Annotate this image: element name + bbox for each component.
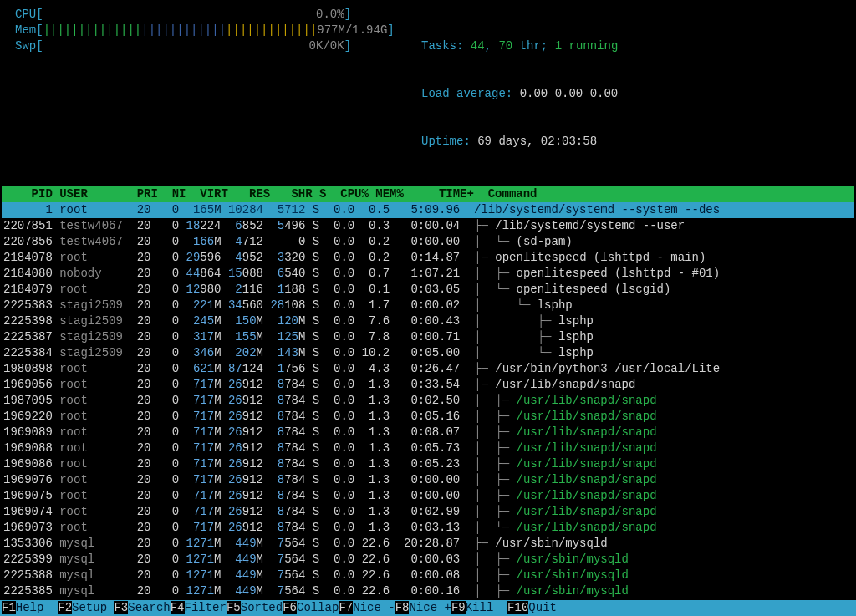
process-row[interactable]: 1969056 root 20 0 717M 26912 8784 S 0.0 … [2, 377, 854, 393]
fkey-F9[interactable]: F9 [451, 601, 466, 614]
fkey-F5[interactable]: F5 [227, 601, 241, 614]
system-info: Tasks: 44, 70 thr; 1 running Load averag… [421, 7, 618, 181]
process-row[interactable]: 2225399 mysql 20 0 1271M 449M 7564 S 0.0… [2, 552, 854, 568]
fkey-F2[interactable]: F2 [58, 601, 72, 614]
summary-block: CPU[0.0%] Mem[||||||||||||||||||||||||||… [2, 3, 854, 186]
process-row[interactable]: 1969086 root 20 0 717M 26912 8784 S 0.0 … [2, 456, 854, 472]
process-row[interactable]: 2225383 stagi2509 20 0 221M 34560 28108 … [2, 298, 854, 313]
process-row[interactable]: 1980898 root 20 0 621M 87124 1756 S 0.0 … [2, 361, 854, 377]
process-row[interactable]: 1969073 root 20 0 717M 26912 8784 S 0.0 … [2, 520, 854, 536]
fkey-bar[interactable]: F1Help F2Setup F3SearchF4FilterF5SortedF… [0, 600, 856, 616]
process-row[interactable]: 2225385 mysql 20 0 1271M 449M 7564 S 0.0… [2, 583, 854, 599]
process-row[interactable]: 1 root 20 0 165M 10284 5712 S 0.0 0.5 5:… [2, 202, 854, 218]
swp-meter: Swp[0K/0K] [15, 38, 391, 54]
fkey-F6[interactable]: F6 [283, 601, 297, 614]
fkey-F4[interactable]: F4 [171, 601, 185, 614]
fkey-F7[interactable]: F7 [339, 601, 353, 614]
process-table[interactable]: 1 root 20 0 165M 10284 5712 S 0.0 0.5 5:… [2, 202, 854, 616]
process-row[interactable]: 1987095 root 20 0 717M 26912 8784 S 0.0 … [2, 393, 854, 409]
process-row[interactable]: 2207851 testw4067 20 0 18224 6852 5496 S… [2, 218, 854, 234]
process-row[interactable]: 2225388 mysql 20 0 1271M 449M 7564 S 0.0… [2, 568, 854, 583]
fkey-F3[interactable]: F3 [114, 601, 128, 614]
fkey-F1[interactable]: F1 [2, 601, 16, 614]
cpu-meter: CPU[0.0%] [15, 7, 391, 23]
fkey-F10[interactable]: F10 [507, 601, 528, 614]
mem-meter: Mem[||||||||||||||||||||||||||||||||||||… [15, 23, 391, 38]
process-row[interactable]: 2225387 stagi2509 20 0 317M 155M 125M S … [2, 329, 854, 345]
meters: CPU[0.0%] Mem[||||||||||||||||||||||||||… [15, 7, 391, 181]
process-row[interactable]: 2225398 stagi2509 20 0 245M 150M 120M S … [2, 313, 854, 329]
process-row[interactable]: 2184079 root 20 0 12980 2116 1188 S 0.0 … [2, 282, 854, 298]
fkey-F8[interactable]: F8 [395, 601, 410, 614]
process-row[interactable]: 1969089 root 20 0 717M 26912 8784 S 0.0 … [2, 425, 854, 440]
process-row[interactable]: 2184080 nobody 20 0 44864 15088 6540 S 0… [2, 266, 854, 282]
process-row[interactable]: 1969075 root 20 0 717M 26912 8784 S 0.0 … [2, 488, 854, 504]
process-row[interactable]: 1969220 root 20 0 717M 26912 8784 S 0.0 … [2, 409, 854, 425]
process-row[interactable]: 1353306 mysql 20 0 1271M 449M 7564 S 0.0… [2, 536, 854, 552]
column-header[interactable]: PID USER PRI NI VIRT RES SHR S CPU% MEM%… [2, 186, 854, 202]
process-row[interactable]: 2184078 root 20 0 29596 4952 3320 S 0.0 … [2, 250, 854, 266]
process-row[interactable]: 2225384 stagi2509 20 0 346M 202M 143M S … [2, 345, 854, 361]
process-row[interactable]: 1969076 root 20 0 717M 26912 8784 S 0.0 … [2, 472, 854, 488]
process-row[interactable]: 1969074 root 20 0 717M 26912 8784 S 0.0 … [2, 504, 854, 520]
process-row[interactable]: 1969088 root 20 0 717M 26912 8784 S 0.0 … [2, 440, 854, 456]
process-row[interactable]: 2207856 testw4067 20 0 166M 4712 0 S 0.0… [2, 234, 854, 250]
